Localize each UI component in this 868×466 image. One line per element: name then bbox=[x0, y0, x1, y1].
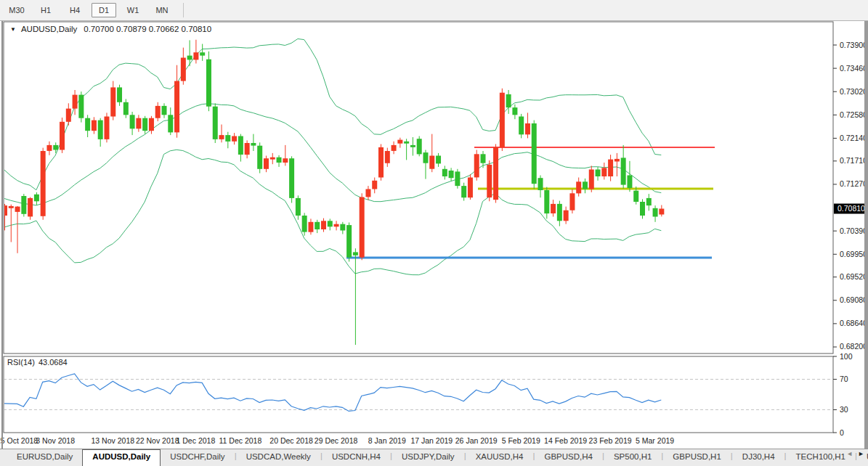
timeframe-button-mn[interactable]: MN bbox=[150, 3, 174, 17]
timeframe-button-m30[interactable]: M30 bbox=[4, 3, 29, 17]
candle bbox=[615, 159, 620, 162]
chart-tabs-bar: EURUSD,DailyAUDUSD,DailyUSDCHF,Daily|USD… bbox=[0, 449, 868, 466]
price-axis-label: 0.71710 bbox=[840, 156, 867, 165]
date-axis-label: 29 Dec 2018 bbox=[315, 436, 358, 445]
candle bbox=[481, 154, 486, 163]
date-axis-label: 5 Feb 2019 bbox=[502, 436, 540, 445]
rsi-axis-label: 100 bbox=[840, 352, 853, 361]
chart-tab-gbpusd-h1[interactable]: GBPUSD,H1 bbox=[663, 449, 730, 466]
candle bbox=[340, 224, 345, 231]
timeframe-button-w1[interactable]: W1 bbox=[121, 3, 145, 17]
price-axis-label: 0.69520 bbox=[840, 272, 867, 281]
timeframe-button-h4[interactable]: H4 bbox=[62, 3, 87, 17]
rsi-name: RSI(14) bbox=[7, 358, 35, 367]
candle bbox=[551, 204, 556, 213]
candle bbox=[98, 120, 103, 139]
timeframe-button-d1[interactable]: D1 bbox=[92, 3, 116, 17]
price-chart-pane[interactable] bbox=[4, 22, 833, 353]
chart-tab-usdjpy-daily[interactable]: USDJPY,Daily bbox=[392, 449, 464, 466]
candle bbox=[321, 221, 326, 229]
candle bbox=[353, 252, 358, 255]
price-axis-label: 0.72580 bbox=[840, 110, 867, 119]
timeframe-toolbar: M30H1H4D1W1MN bbox=[0, 0, 868, 21]
candle bbox=[136, 118, 141, 129]
date-axis-label: 22 Nov 2018 bbox=[136, 436, 179, 445]
current-price-marker: 0.70810 bbox=[834, 204, 868, 214]
candle bbox=[596, 170, 601, 177]
candle bbox=[564, 210, 569, 221]
price-axis-label: 0.72140 bbox=[840, 134, 867, 142]
candle bbox=[500, 93, 505, 147]
chart-tab-usdchf-daily[interactable]: USDCHF,Daily bbox=[161, 449, 234, 466]
chart-tab-xauusd-h4[interactable]: XAUUSD,H4 bbox=[466, 449, 533, 466]
tab-scroll-left-icon[interactable]: ◄ bbox=[846, 450, 853, 457]
date-axis-label: 13 Nov 2018 bbox=[92, 436, 135, 445]
chart-tab-eurusd-daily[interactable]: EURUSD,Daily bbox=[7, 449, 82, 466]
candle bbox=[53, 145, 58, 150]
candle bbox=[487, 165, 492, 197]
candle bbox=[525, 123, 530, 134]
window-left-edge bbox=[1, 0, 3, 466]
candle bbox=[15, 207, 20, 212]
chart-tab-gbpusd-h4[interactable]: GBPUSD,H4 bbox=[535, 449, 601, 466]
candle bbox=[264, 158, 269, 169]
candle bbox=[583, 181, 588, 189]
candle bbox=[245, 143, 250, 155]
candle bbox=[449, 171, 454, 178]
candle bbox=[474, 154, 479, 177]
candle bbox=[28, 198, 33, 217]
price-axis-label: 0.73900 bbox=[840, 41, 867, 49]
price-axis-label: 0.73020 bbox=[840, 87, 867, 96]
candle bbox=[213, 107, 218, 139]
candle bbox=[378, 147, 384, 178]
candle bbox=[200, 52, 205, 55]
candle bbox=[174, 81, 179, 133]
candle bbox=[302, 216, 307, 232]
chart-tab-audusd-daily[interactable]: AUDUSD,Daily bbox=[82, 449, 161, 466]
chart-tab-sp500-h1[interactable]: SP500,H1 bbox=[604, 449, 661, 466]
candle bbox=[468, 178, 473, 198]
chart-dropdown-icon[interactable]: ▼ bbox=[10, 26, 16, 33]
candle bbox=[569, 193, 575, 210]
candle bbox=[493, 147, 498, 200]
candle bbox=[397, 140, 402, 144]
candle bbox=[34, 195, 39, 202]
candle bbox=[608, 160, 613, 176]
price-axis-label: 0.69080 bbox=[840, 295, 867, 304]
candle bbox=[270, 158, 275, 160]
date-axis: 25 Oct 20183 Nov 201813 Nov 201822 Nov 2… bbox=[0, 436, 674, 445]
candle bbox=[423, 152, 428, 163]
candle bbox=[653, 208, 658, 217]
price-axis-label: 0.68200 bbox=[840, 342, 867, 351]
candle bbox=[372, 181, 377, 189]
timeframe-button-h1[interactable]: H1 bbox=[33, 3, 58, 17]
candle bbox=[155, 106, 161, 118]
candle bbox=[85, 118, 90, 131]
date-axis-label: 3 Nov 2018 bbox=[36, 436, 75, 445]
candle bbox=[206, 60, 211, 107]
candle bbox=[289, 158, 294, 198]
price-axis: 0.739000.734600.730200.725800.721400.717… bbox=[833, 41, 867, 351]
candle bbox=[168, 115, 173, 132]
chart-tab-dj30-h4[interactable]: DJ30,H4 bbox=[733, 449, 784, 466]
candle bbox=[46, 145, 52, 151]
candle bbox=[646, 198, 652, 205]
candle bbox=[225, 135, 230, 142]
rsi-axis-label: 30 bbox=[840, 405, 848, 414]
chart-tab-usdcnh-h4[interactable]: USDCNH,H4 bbox=[323, 449, 390, 466]
candle bbox=[557, 204, 562, 221]
candle bbox=[627, 176, 632, 189]
candle bbox=[621, 158, 626, 184]
price-axis-label: 0.71270 bbox=[840, 179, 867, 188]
chart-symbol-label: AUDUSD,Daily bbox=[21, 25, 77, 33]
candle bbox=[149, 118, 154, 131]
candle bbox=[232, 136, 237, 142]
rsi-indicator-label: RSI(14)43.0684 bbox=[7, 358, 68, 367]
candle bbox=[2, 205, 7, 216]
candle bbox=[365, 189, 370, 197]
candle bbox=[110, 87, 115, 116]
chart-canvas[interactable]: 0.739000.734600.730200.725800.721400.717… bbox=[0, 0, 868, 466]
chart-tab-usdcad-weekly[interactable]: USDCAD,Weekly bbox=[237, 449, 320, 466]
rsi-pane[interactable] bbox=[4, 356, 833, 433]
tab-scroll-right-icon[interactable]: ► bbox=[858, 450, 864, 457]
